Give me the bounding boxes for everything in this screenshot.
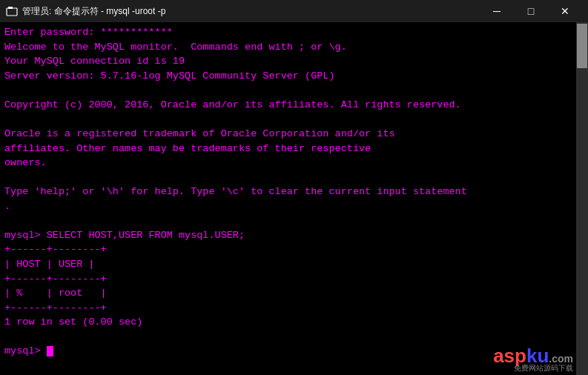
window-controls: ─ □ ✕ — [480, 0, 582, 22]
titlebar: 管理员: 命令提示符 - mysql -uroot -p ─ □ ✕ — [0, 0, 588, 22]
minimize-button[interactable]: ─ — [480, 0, 514, 22]
terminal-output: Enter password: ************ Welcome to … — [4, 25, 584, 359]
window-title: 管理员: 命令提示符 - mysql -uroot -p — [22, 5, 480, 18]
app-icon — [6, 5, 18, 17]
close-button[interactable]: ✕ — [548, 0, 582, 22]
terminal-area[interactable]: Enter password: ************ Welcome to … — [0, 22, 588, 375]
svg-rect-1 — [8, 7, 13, 9]
cursor — [47, 346, 53, 356]
svg-rect-0 — [7, 8, 17, 16]
scrollbar[interactable] — [576, 22, 588, 375]
watermark-subtitle: 免费网站源码下载 — [514, 363, 573, 374]
maximize-button[interactable]: □ — [514, 0, 548, 22]
scrollbar-thumb[interactable] — [577, 24, 587, 68]
